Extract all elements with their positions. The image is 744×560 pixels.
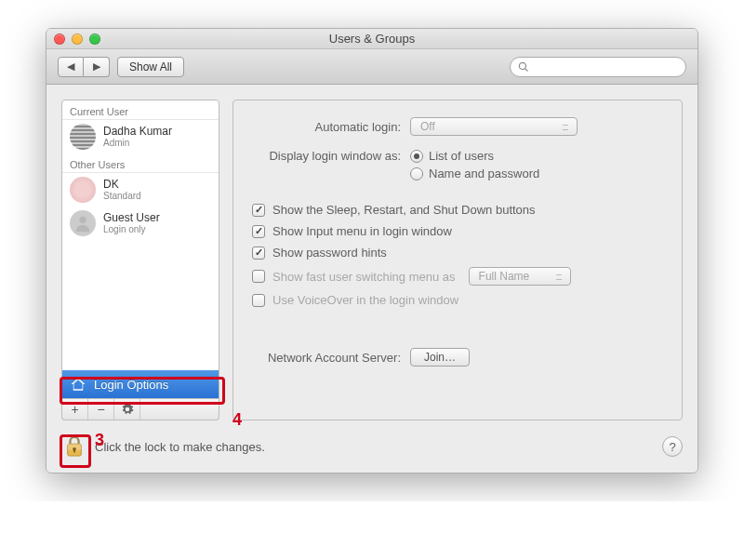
- checkbox-password-hints[interactable]: Show password hints: [252, 246, 663, 260]
- checkbox-label: Show fast user switching menu as: [272, 270, 456, 284]
- checkbox-label: Show Input menu in login window: [272, 224, 452, 238]
- help-button[interactable]: ?: [662, 436, 683, 457]
- add-user-button[interactable]: +: [62, 399, 88, 420]
- lock-button[interactable]: [61, 433, 87, 460]
- login-options-button[interactable]: Login Options: [62, 370, 219, 398]
- search-icon: [518, 61, 529, 73]
- checkbox-label: Use VoiceOver in the login window: [272, 293, 458, 307]
- back-button[interactable]: ◀: [58, 57, 84, 77]
- toolbar: ◀ ▶ Show All: [46, 49, 698, 85]
- sidebar-item-guest[interactable]: Guest User Login only: [62, 207, 219, 240]
- radio-list-of-users[interactable]: List of users: [410, 149, 539, 163]
- user-name: DK: [103, 179, 141, 191]
- automatic-login-label: Automatic login:: [252, 120, 410, 134]
- checkbox-label: Show the Sleep, Restart, and Shut Down b…: [272, 203, 536, 217]
- user-sidebar: Current User Dadha Kumar Admin Other Use…: [61, 100, 219, 399]
- sidebar-item-current-user[interactable]: Dadha Kumar Admin: [62, 120, 219, 153]
- fast-switch-popup[interactable]: Full Name: [469, 267, 571, 286]
- lock-hint-text: Click the lock to make changes.: [95, 440, 265, 454]
- annotation-label-4: 4: [232, 410, 242, 430]
- forward-button[interactable]: ▶: [84, 57, 110, 77]
- current-user-header: Current User: [62, 100, 219, 120]
- lock-icon: [64, 434, 85, 459]
- search-field[interactable]: [510, 57, 686, 77]
- titlebar: Users & Groups: [46, 29, 698, 49]
- window-title: Users & Groups: [46, 32, 698, 46]
- remove-user-button[interactable]: −: [88, 399, 114, 420]
- svg-point-0: [79, 217, 86, 223]
- house-icon: [70, 376, 86, 393]
- radio-icon: [410, 167, 423, 180]
- avatar: [70, 210, 96, 236]
- show-all-button[interactable]: Show All: [117, 57, 184, 77]
- sidebar-bottom-buttons: + −: [61, 399, 219, 420]
- checkbox-icon: [252, 225, 265, 238]
- checkbox-fast-switching[interactable]: Show fast user switching menu as Full Na…: [252, 267, 663, 286]
- display-login-label: Display login window as:: [252, 149, 410, 163]
- user-name: Dadha Kumar: [103, 126, 172, 138]
- user-role: Login only: [103, 224, 160, 234]
- body: Current User Dadha Kumar Admin Other Use…: [46, 85, 698, 426]
- settings-panel: Automatic login: Off Display login windo…: [232, 100, 683, 420]
- checkbox-sleep-restart[interactable]: Show the Sleep, Restart, and Shut Down b…: [252, 203, 663, 217]
- sidebar-item-user-dk[interactable]: DK Standard: [62, 173, 219, 207]
- radio-label: List of users: [429, 149, 494, 163]
- svg-rect-4: [73, 449, 75, 453]
- avatar: [70, 177, 96, 203]
- automatic-login-popup[interactable]: Off: [410, 117, 578, 136]
- users-groups-window: Users & Groups ◀ ▶ Show All Current User…: [46, 28, 698, 473]
- user-name: Guest User: [103, 212, 160, 224]
- gear-button[interactable]: [114, 399, 140, 420]
- footer: Click the lock to make changes. ?: [46, 426, 698, 473]
- search-input[interactable]: [535, 60, 678, 74]
- user-role: Admin: [103, 138, 172, 148]
- checkbox-icon: [252, 270, 265, 283]
- login-options-label: Login Options: [94, 378, 168, 392]
- radio-icon: [410, 150, 423, 163]
- network-server-label: Network Account Server:: [252, 351, 410, 365]
- checkbox-icon: [252, 247, 265, 260]
- avatar: [70, 124, 96, 150]
- nav-segment: ◀ ▶: [58, 57, 110, 77]
- checkbox-label: Show password hints: [272, 246, 387, 260]
- checkbox-voiceover[interactable]: Use VoiceOver in the login window: [252, 293, 663, 307]
- gear-icon: [121, 403, 134, 416]
- other-users-header: Other Users: [62, 153, 219, 173]
- user-role: Standard: [103, 191, 141, 201]
- radio-name-password[interactable]: Name and password: [410, 167, 539, 180]
- join-button[interactable]: Join…: [410, 348, 470, 367]
- annotation-label-3: 3: [95, 431, 104, 450]
- checkbox-icon: [252, 294, 265, 307]
- checkbox-icon: [252, 204, 265, 217]
- checkbox-input-menu[interactable]: Show Input menu in login window: [252, 224, 663, 238]
- radio-label: Name and password: [429, 167, 539, 180]
